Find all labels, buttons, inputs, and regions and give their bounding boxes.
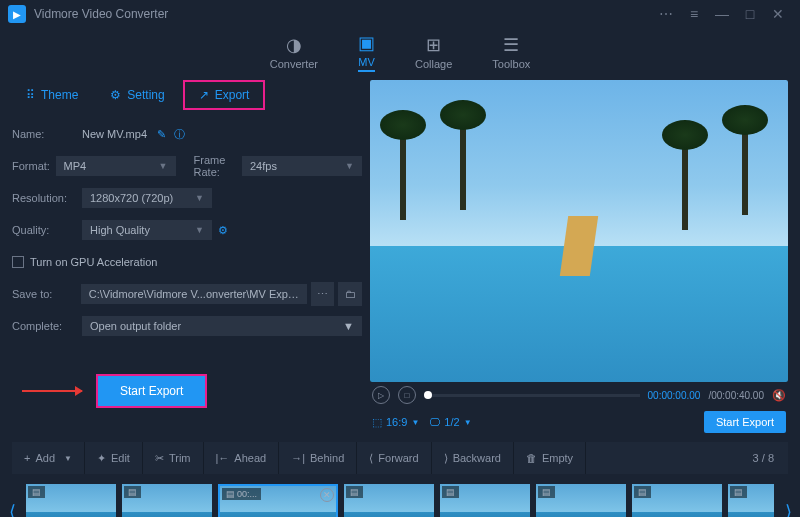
aspect-icon: ⬚ <box>372 416 382 429</box>
quality-settings-icon[interactable]: ⚙ <box>218 224 228 237</box>
quality-select[interactable]: High Quality▼ <box>82 220 212 240</box>
quality-label: Quality: <box>12 224 82 236</box>
open-folder-button[interactable]: 🗀 <box>338 282 362 306</box>
strip-next-button[interactable]: ⟩ <box>780 501 796 517</box>
thumbnail[interactable]: ▤ <box>728 484 774 517</box>
rename-icon[interactable]: ✎ <box>157 128 166 141</box>
tab-collage-label: Collage <box>415 58 452 70</box>
app-title: Vidmore Video Converter <box>34 7 652 21</box>
image-icon: ▤ <box>226 489 235 499</box>
minimize-icon[interactable]: — <box>708 6 736 22</box>
trim-button[interactable]: ✂Trim <box>143 442 204 474</box>
start-export-button-right[interactable]: Start Export <box>704 411 786 433</box>
image-icon: ▤ <box>442 486 459 498</box>
saveto-label: Save to: <box>12 288 81 300</box>
thumbnail-selected[interactable]: ▤00:... ✕ ▷☆↻ <box>218 484 338 517</box>
converter-icon: ◑ <box>286 34 302 56</box>
tab-collage[interactable]: ⊞Collage <box>415 34 452 70</box>
resolution-select[interactable]: 1280x720 (720p)▼ <box>82 188 212 208</box>
play-button[interactable]: ▷ <box>372 386 390 404</box>
info-icon[interactable]: ⓘ <box>174 127 185 142</box>
tab-converter[interactable]: ◑Converter <box>270 34 318 70</box>
thumbnail[interactable]: ▤ <box>440 484 530 517</box>
add-button[interactable]: +Add▼ <box>12 442 85 474</box>
forward-label: Forward <box>378 452 418 464</box>
mv-icon: ▣ <box>358 32 375 54</box>
thumbnail[interactable]: ▤ <box>344 484 434 517</box>
thumbnail[interactable]: ▤ <box>26 484 116 517</box>
tab-toolbox[interactable]: ☰Toolbox <box>492 34 530 70</box>
video-preview <box>370 80 788 382</box>
chevron-down-icon: ▼ <box>343 320 354 332</box>
edit-button[interactable]: ✦Edit <box>85 442 143 474</box>
name-label: Name: <box>12 128 82 140</box>
empty-button[interactable]: 🗑Empty <box>514 442 586 474</box>
volume-icon[interactable]: 🔇 <box>772 389 786 402</box>
subtab-setting[interactable]: ⚙Setting <box>96 80 178 110</box>
collage-icon: ⊞ <box>426 34 441 56</box>
strip-prev-button[interactable]: ⟨ <box>4 501 20 517</box>
zoom-select[interactable]: 🖵1/2▼ <box>429 416 471 428</box>
image-icon: ▤ <box>28 486 45 498</box>
image-icon: ▤ <box>538 486 555 498</box>
close-icon[interactable]: ✕ <box>764 6 792 22</box>
format-select[interactable]: MP4▼ <box>56 156 176 176</box>
plus-icon: + <box>24 452 30 464</box>
quality-value: High Quality <box>90 224 150 236</box>
saveto-path: C:\Vidmore\Vidmore V...onverter\MV Expor… <box>81 284 307 304</box>
time-current: 00:00:00.00 <box>648 390 701 401</box>
setting-icon: ⚙ <box>110 88 121 102</box>
start-export-button[interactable]: Start Export <box>96 374 207 408</box>
zoom-value: 1/2 <box>444 416 459 428</box>
ahead-button[interactable]: |←Ahead <box>204 442 280 474</box>
theme-icon: ⠿ <box>26 88 35 102</box>
ahead-label: Ahead <box>234 452 266 464</box>
image-icon: ▤ <box>634 486 651 498</box>
framerate-select[interactable]: 24fps▼ <box>242 156 362 176</box>
behind-icon: →| <box>291 452 305 464</box>
menu-icon[interactable]: ≡ <box>680 6 708 22</box>
framerate-value: 24fps <box>250 160 277 172</box>
stop-button[interactable]: □ <box>398 386 416 404</box>
subtab-export[interactable]: ↗Export <box>183 80 266 110</box>
resolution-value: 1280x720 (720p) <box>90 192 173 204</box>
thumbnail[interactable]: ▤ <box>536 484 626 517</box>
thumb-time: 00:... <box>237 489 257 499</box>
wand-icon: ✦ <box>97 452 106 465</box>
format-value: MP4 <box>64 160 87 172</box>
chevron-down-icon: ▼ <box>345 161 354 171</box>
empty-label: Empty <box>542 452 573 464</box>
chevron-down-icon: ▼ <box>64 454 72 463</box>
chevron-down-icon: ▼ <box>159 161 168 171</box>
tab-mv[interactable]: ▣MV <box>358 32 375 72</box>
subtab-export-label: Export <box>215 88 250 102</box>
annotation-arrow <box>22 390 82 392</box>
subtab-theme[interactable]: ⠿Theme <box>12 80 92 110</box>
browse-button[interactable]: ⋯ <box>311 282 335 306</box>
aspect-value: 16:9 <box>386 416 407 428</box>
remove-thumb-icon[interactable]: ✕ <box>320 488 334 502</box>
forward-icon: ⟨ <box>369 452 373 465</box>
gpu-checkbox[interactable] <box>12 256 24 268</box>
trash-icon: 🗑 <box>526 452 537 464</box>
complete-value: Open output folder <box>90 320 181 332</box>
complete-select[interactable]: Open output folder▼ <box>82 316 362 336</box>
tab-mv-label: MV <box>358 56 375 68</box>
format-label: Format: <box>12 160 56 172</box>
resolution-label: Resolution: <box>12 192 82 204</box>
thumbnail[interactable]: ▤ <box>122 484 212 517</box>
image-icon: ▤ <box>346 486 363 498</box>
backward-button[interactable]: ⟩Backward <box>432 442 514 474</box>
thumbnail[interactable]: ▤ <box>632 484 722 517</box>
behind-button[interactable]: →|Behind <box>279 442 357 474</box>
complete-label: Complete: <box>12 320 82 332</box>
aspect-select[interactable]: ⬚16:9▼ <box>372 416 419 429</box>
add-label: Add <box>35 452 55 464</box>
maximize-icon[interactable]: □ <box>736 6 764 22</box>
seek-slider[interactable] <box>424 394 640 397</box>
app-logo: ▶ <box>8 5 26 23</box>
subtab-setting-label: Setting <box>127 88 164 102</box>
forward-button[interactable]: ⟨Forward <box>357 442 431 474</box>
feedback-icon[interactable]: ⋯ <box>652 6 680 22</box>
chevron-down-icon: ▼ <box>195 193 204 203</box>
